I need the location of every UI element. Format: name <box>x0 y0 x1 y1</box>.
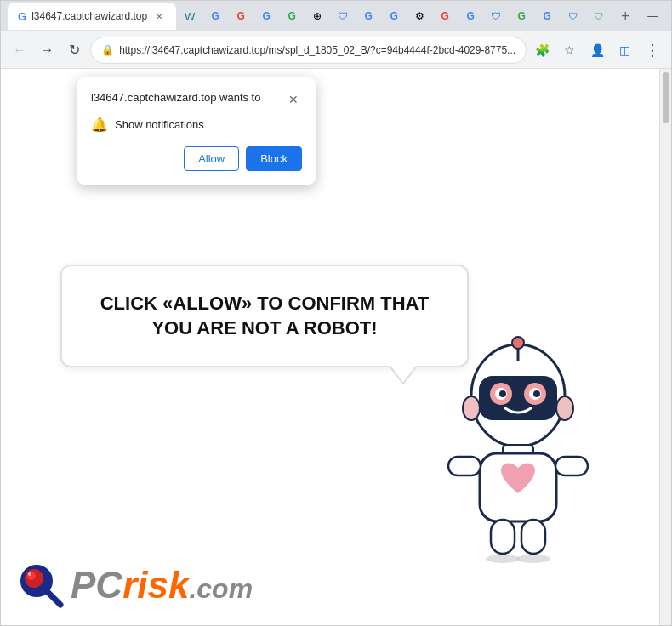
pc-text: PC <box>71 564 122 606</box>
tab-shield1[interactable]: 🛡 <box>331 4 355 28</box>
scrollbar-thumb[interactable] <box>663 72 669 123</box>
com-text: .com <box>189 573 253 604</box>
extensions-icon[interactable]: 🧩 <box>530 37 554 64</box>
svg-point-9 <box>533 390 540 397</box>
tab-shield2[interactable]: 🛡 <box>484 4 508 28</box>
svg-point-11 <box>556 396 573 420</box>
popup-close-button[interactable]: ✕ <box>285 91 302 108</box>
tab-g3[interactable]: G <box>254 4 278 28</box>
tab-favicon: G <box>18 10 26 23</box>
tab-wordpress[interactable]: W <box>178 4 202 28</box>
popup-buttons: Allow Block <box>91 146 302 171</box>
popup-notification-row: 🔔 Show notifications <box>91 117 302 133</box>
speech-bubble: CLICK «ALLOW» TO CONFIRM THAT YOU ARE NO… <box>60 265 469 367</box>
title-bar: G l34647.captchawizard.top ✕ W G G G G ⊕… <box>1 1 671 31</box>
active-tab[interactable]: G l34647.captchawizard.top ✕ <box>8 3 176 30</box>
forward-button[interactable]: → <box>35 37 59 64</box>
maximize-button[interactable]: □ <box>666 4 672 28</box>
popup-title: l34647.captchawizard.top wants to <box>91 91 260 104</box>
svg-point-10 <box>463 396 480 420</box>
url-text: https://l34647.captchawizard.top/ms/spl_… <box>119 44 515 56</box>
risk-text: risk <box>122 564 189 606</box>
bubble-text: CLICK «ALLOW» TO CONFIRM THAT YOU ARE NO… <box>96 292 433 340</box>
svg-rect-15 <box>555 457 588 475</box>
tab-g8[interactable]: G <box>458 4 482 28</box>
tab-circle[interactable]: ⊕ <box>305 4 329 28</box>
lock-icon: 🔒 <box>101 44 114 56</box>
page-area: l34647.captchawizard.top wants to ✕ 🔔 Sh… <box>1 69 671 625</box>
svg-point-8 <box>499 390 506 397</box>
bookmark-star-icon[interactable]: ☆ <box>558 37 582 64</box>
block-button[interactable]: Block <box>246 146 302 171</box>
tab-title: l34647.captchawizard.top <box>31 10 147 22</box>
svg-point-18 <box>486 555 520 563</box>
tab-g4[interactable]: G <box>280 4 304 28</box>
tab-shield4[interactable]: 🛡 <box>586 4 610 28</box>
browser-window: G l34647.captchawizard.top ✕ W G G G G ⊕… <box>0 0 672 626</box>
tab-strip: G l34647.captchawizard.top ✕ W G G G G ⊕… <box>8 3 637 30</box>
tab-g5[interactable]: G <box>356 4 380 28</box>
svg-rect-17 <box>521 520 545 554</box>
tab-g7[interactable]: G <box>433 4 457 28</box>
pcrisk-logo-icon <box>18 562 64 608</box>
tab-g2[interactable]: G <box>229 4 253 28</box>
svg-point-2 <box>512 337 524 349</box>
popup-header: l34647.captchawizard.top wants to ✕ <box>91 91 302 108</box>
robot-character <box>433 336 620 574</box>
scrollbar[interactable] <box>659 69 671 625</box>
svg-point-22 <box>27 572 36 580</box>
menu-button[interactable]: ⋮ <box>641 37 664 64</box>
bell-icon: 🔔 <box>91 117 108 133</box>
new-tab-button[interactable]: + <box>613 4 637 28</box>
address-bar[interactable]: 🔒 https://l34647.captchawizard.top/ms/sp… <box>90 37 527 64</box>
tab-g9[interactable]: G <box>510 4 533 28</box>
svg-rect-14 <box>448 457 481 475</box>
toolbar: ← → ↻ 🔒 https://l34647.captchawizard.top… <box>1 31 671 69</box>
tab-shield3[interactable]: 🛡 <box>561 4 584 28</box>
svg-point-23 <box>28 572 31 576</box>
allow-button[interactable]: Allow <box>184 146 239 171</box>
svg-rect-16 <box>491 520 515 554</box>
pcrisk-text: PCrisk.com <box>71 566 253 604</box>
reload-button[interactable]: ↻ <box>63 37 87 64</box>
window-controls: — □ ✕ <box>641 4 672 28</box>
minimize-button[interactable]: — <box>641 4 664 28</box>
notification-text: Show notifications <box>115 118 204 131</box>
tab-g1[interactable]: G <box>203 4 227 28</box>
browser-extension-icon[interactable]: ◫ <box>612 37 636 64</box>
back-button[interactable]: ← <box>8 37 31 64</box>
tab-g10[interactable]: G <box>535 4 559 28</box>
tab-g6[interactable]: G <box>382 4 406 28</box>
svg-point-19 <box>516 555 550 563</box>
tab-close-button[interactable]: ✕ <box>152 9 166 23</box>
svg-line-24 <box>48 592 60 605</box>
favicons-row: G l34647.captchawizard.top ✕ W G G G G ⊕… <box>8 3 610 30</box>
notification-popup: l34647.captchawizard.top wants to ✕ 🔔 Sh… <box>77 77 316 185</box>
profile-icon[interactable]: 👤 <box>585 37 609 64</box>
pcrisk-logo: PCrisk.com <box>18 562 253 608</box>
tab-settings1[interactable]: ⚙ <box>407 4 431 28</box>
